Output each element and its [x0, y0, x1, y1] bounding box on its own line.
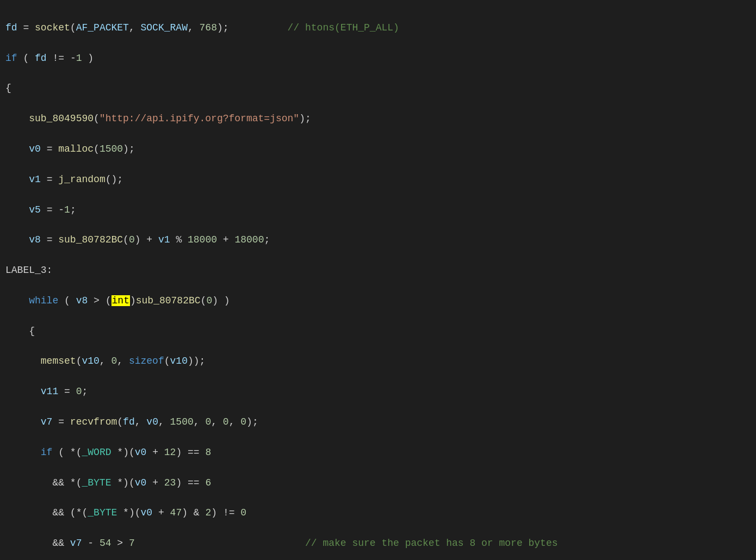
line-17: && (*(_BYTE *)(v0 + 47) & 2) != 0	[5, 506, 751, 521]
line-3: {	[5, 81, 751, 96]
line-8: v8 = sub_80782BC(0) + v1 % 18000 + 18000…	[5, 233, 751, 248]
line-12: memset(v10, 0, sizeof(v10));	[5, 354, 751, 369]
line-1: fd = socket(AF_PACKET, SOCK_RAW, 768); /…	[5, 21, 751, 36]
line-4: sub_8049590("http://api.ipify.org?format…	[5, 111, 751, 127]
line-5: v0 = malloc(1500);	[5, 142, 751, 157]
line-6: v1 = j_random();	[5, 172, 751, 188]
line-10: while ( v8 > (int)sub_80782BC(0) )	[5, 294, 751, 309]
line-2: if ( fd != -1 )	[5, 51, 751, 66]
line-11: {	[5, 324, 751, 339]
line-18: && v7 - 54 > 7 // make sure the packet h…	[5, 536, 751, 551]
code-editor: fd = socket(AF_PACKET, SOCK_RAW, 768); /…	[0, 5, 756, 560]
line-7: v5 = -1;	[5, 203, 751, 218]
line-9: LABEL_3:	[5, 263, 751, 278]
line-15: if ( *(_WORD *)(v0 + 12) == 8	[5, 445, 751, 461]
line-14: v7 = recvfrom(fd, v0, 1500, 0, 0, 0);	[5, 415, 751, 430]
line-13: v11 = 0;	[5, 384, 751, 400]
line-16: && *(_BYTE *)(v0 + 23) == 6	[5, 476, 751, 491]
